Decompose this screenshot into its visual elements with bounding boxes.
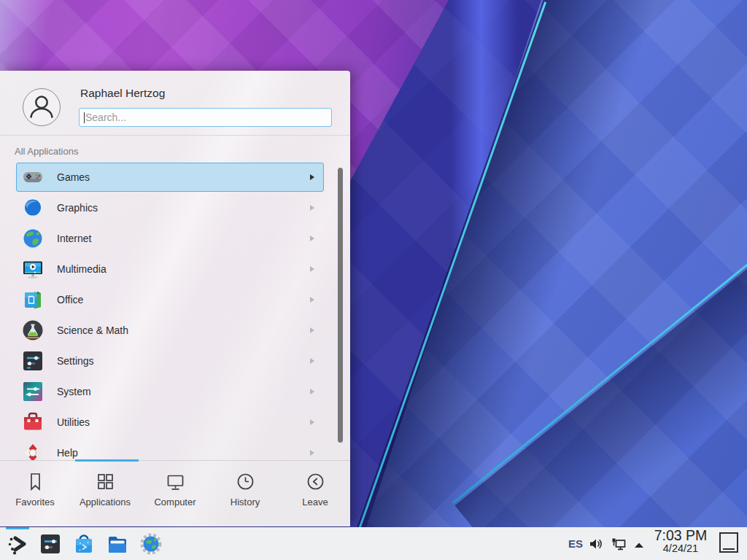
search-input[interactable]: Search... <box>79 108 332 127</box>
category-item[interactable]: Games <box>0 162 337 192</box>
category-label: Settings <box>57 355 94 367</box>
submenu-arrow-icon <box>310 450 314 456</box>
submenu-arrow-icon <box>310 266 314 272</box>
help-icon <box>21 441 44 460</box>
tab-leave[interactable]: Leave <box>280 461 350 526</box>
multimedia-icon <box>21 257 44 281</box>
category-item[interactable]: Graphics <box>0 192 337 223</box>
tab-label: Applications <box>80 497 131 508</box>
file-manager-icon[interactable] <box>107 533 128 555</box>
active-tab-indicator <box>75 459 139 462</box>
category-item[interactable]: System <box>0 376 337 407</box>
submenu-arrow-icon <box>310 419 314 425</box>
app-launcher-icon[interactable] <box>7 533 28 555</box>
text-caret <box>84 112 85 123</box>
submenu-arrow-icon <box>310 297 314 303</box>
category-label: Office <box>57 294 83 306</box>
tab-favorites[interactable]: Favorites <box>0 461 70 526</box>
computer-monitor-icon <box>166 472 185 491</box>
tab-label: History <box>231 497 260 508</box>
category-item[interactable]: Science & Math <box>0 315 337 346</box>
category-item[interactable]: Utilities <box>0 407 337 438</box>
network-icon[interactable] <box>611 536 627 552</box>
category-label: Science & Math <box>57 324 128 336</box>
launcher-header: Raphael Hertzog Search... <box>0 71 350 136</box>
tab-label: Favorites <box>15 497 54 508</box>
science-icon <box>21 319 44 342</box>
category-list: Games Graphics Internet Multimedia Offic… <box>0 157 337 460</box>
tab-applications[interactable]: Applications <box>70 461 140 526</box>
tab-label: Leave <box>302 497 328 508</box>
category-item[interactable]: Internet <box>0 223 337 254</box>
submenu-arrow-icon <box>310 236 314 241</box>
keyboard-layout-indicator[interactable]: ES <box>568 537 583 550</box>
category-label: Graphics <box>57 202 98 214</box>
settings-icon <box>21 349 44 373</box>
clock-date: 4/24/21 <box>649 543 713 555</box>
favorites-bookmark-icon <box>26 472 45 491</box>
submenu-arrow-icon <box>310 205 314 211</box>
category-item[interactable]: Office <box>0 284 337 315</box>
office-icon <box>21 288 44 311</box>
category-item[interactable]: Multimedia <box>0 254 337 284</box>
submenu-arrow-icon <box>310 327 314 333</box>
digital-clock[interactable]: 7:03 PM 4/24/21 <box>649 528 713 555</box>
application-launcher-menu: Raphael Hertzog Search... All Applicatio… <box>0 71 350 526</box>
category-item[interactable]: Settings <box>0 346 337 376</box>
web-browser-icon[interactable] <box>140 533 162 555</box>
expand-tray-icon[interactable] <box>631 537 647 553</box>
submenu-arrow-icon <box>310 389 314 394</box>
internet-icon <box>21 227 44 250</box>
category-label: Help <box>57 447 78 459</box>
utilities-icon <box>21 411 44 434</box>
category-item[interactable]: Help <box>0 438 337 460</box>
submenu-arrow-icon <box>310 358 314 364</box>
launcher-open-indicator <box>6 527 29 529</box>
history-clock-icon <box>236 472 255 491</box>
category-label: Internet <box>57 233 91 244</box>
category-label: Games <box>57 171 90 183</box>
graphics-icon <box>21 196 44 219</box>
user-name: Raphael Hertzog <box>80 87 165 100</box>
desktop: Raphael Hertzog Search... All Applicatio… <box>0 0 747 560</box>
category-label: Multimedia <box>57 263 107 275</box>
tab-history[interactable]: History <box>210 461 280 526</box>
category-label: Utilities <box>57 416 90 428</box>
show-desktop-button[interactable] <box>719 532 738 553</box>
games-icon <box>21 166 44 189</box>
search-placeholder: Search... <box>85 112 126 123</box>
discover-icon[interactable] <box>73 533 95 555</box>
scrollbar-thumb[interactable] <box>338 168 343 443</box>
system-icon <box>21 380 44 403</box>
applications-grid-icon <box>96 472 115 491</box>
category-label: System <box>57 386 91 397</box>
tab-label: Computer <box>154 497 196 508</box>
volume-icon[interactable] <box>588 536 604 552</box>
submenu-arrow-icon <box>310 174 314 180</box>
tab-computer[interactable]: Computer <box>140 461 210 526</box>
launcher-footer-tabs: Favorites Applications Computer <box>0 460 350 526</box>
clock-time: 7:03 PM <box>649 528 713 543</box>
system-settings-icon[interactable] <box>39 533 61 555</box>
section-label: All Applications <box>15 146 78 157</box>
user-avatar[interactable] <box>23 88 61 126</box>
taskbar: ES 7:03 PM 4/24/21 <box>0 527 747 560</box>
leave-circle-icon <box>306 472 325 491</box>
